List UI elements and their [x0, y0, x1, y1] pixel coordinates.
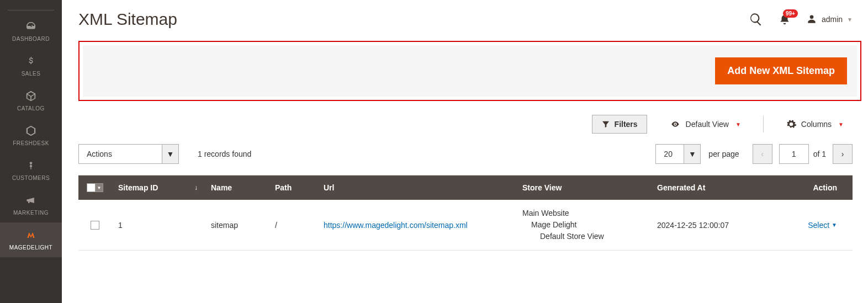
sidebar-label: SALES [22, 71, 41, 77]
eye-icon [669, 120, 681, 129]
chevron-left-icon: ‹ [761, 150, 764, 158]
store-view: Default Store View [522, 231, 604, 242]
account-name: admin [822, 15, 843, 24]
bookmarks-view-button[interactable]: Default View ▼ [660, 115, 750, 133]
sitemap-grid: ▼ Sitemap ID ↓ Name Path Url Store View … [78, 175, 853, 251]
mass-actions-dropdown[interactable]: Actions ▼ [78, 144, 179, 164]
notifications-button[interactable]: 99+ [779, 13, 791, 26]
global-search-button[interactable] [749, 12, 763, 26]
cell-url: https://www.magedelight.com/sitemap.xml [317, 200, 516, 250]
sidebar-label: CUSTOMERS [12, 175, 50, 181]
column-header-path[interactable]: Path [268, 176, 317, 200]
sidebar-label: FRESHDESK [13, 140, 49, 146]
chevron-down-icon: ▼ [832, 222, 837, 228]
column-header-store[interactable]: Store View [516, 176, 650, 200]
search-icon [749, 12, 763, 26]
sidebar-item-sales[interactable]: SALES [0, 49, 62, 83]
user-icon [806, 14, 817, 25]
grid-controls-row: Actions ▼ 1 records found 20 ▼ per page … [62, 134, 868, 172]
chevron-down-icon: ▼ [684, 145, 700, 163]
cell-id: 1 [112, 200, 204, 250]
cell-store: Main Website Mage Delight Default Store … [516, 200, 650, 250]
sidebar-label: DASHBOARD [12, 36, 50, 42]
cell-action: Select ▼ [776, 200, 853, 250]
column-header-generated[interactable]: Generated At [650, 176, 776, 200]
highlighted-action-region: Add New XML Sitemap [78, 41, 861, 101]
records-found-text: 1 records found [198, 150, 251, 158]
current-page-input[interactable]: 1 [779, 144, 809, 164]
row-action-label: Select [808, 221, 829, 230]
sidebar-item-freshdesk[interactable]: FRESHDESK [0, 118, 62, 153]
chevron-down-icon: ▼ [96, 183, 103, 192]
store-website: Main Website [522, 208, 604, 219]
current-page-value: 1 [792, 150, 796, 158]
row-checkbox[interactable] [91, 221, 99, 230]
col-gen-label: Generated At [657, 183, 705, 192]
select-all-checkbox[interactable] [87, 183, 96, 192]
chevron-right-icon: › [841, 150, 844, 158]
next-page-button[interactable]: › [833, 144, 853, 164]
chevron-down-icon: ▼ [735, 121, 741, 127]
columns-button[interactable]: Columns ▼ [777, 114, 853, 134]
column-header-url[interactable]: Url [317, 176, 516, 200]
left-controls: Actions ▼ 1 records found [78, 144, 251, 164]
page-total-text: of 1 [813, 150, 826, 158]
sidebar-item-catalog[interactable]: CATALOG [0, 83, 62, 118]
page-header: XML Sitemap 99+ admin ▼ [62, 0, 868, 29]
magedelight-icon [23, 228, 39, 242]
admin-sidebar: DASHBOARD SALES CATALOG FRESHDESK CUSTOM… [0, 0, 62, 303]
header-actions: 99+ admin ▼ [749, 12, 853, 26]
cell-name: sitemap [204, 200, 268, 250]
row-checkbox-cell[interactable] [78, 200, 112, 250]
column-header-id[interactable]: Sitemap ID ↓ [112, 176, 204, 200]
sidebar-item-marketing[interactable]: MARKETING [0, 188, 62, 222]
pagination-controls: 20 ▼ per page ‹ 1 of 1 › [655, 144, 853, 164]
sort-desc-icon: ↓ [194, 184, 198, 192]
account-menu[interactable]: admin ▼ [806, 14, 853, 25]
hexagon-icon [23, 124, 39, 138]
sidebar-item-dashboard[interactable]: DASHBOARD [0, 14, 62, 49]
sidebar-label: MARKETING [13, 210, 49, 216]
per-page-label: per page [708, 150, 739, 158]
dollar-icon [23, 54, 39, 68]
col-name-label: Name [211, 183, 232, 192]
cell-generated: 2024-12-25 12:00:07 [650, 200, 776, 250]
add-new-xml-sitemap-button[interactable]: Add New XML Sitemap [715, 57, 847, 84]
catalog-icon [23, 89, 39, 103]
person-icon [23, 158, 39, 173]
chevron-down-icon: ▼ [838, 121, 844, 127]
columns-label: Columns [801, 120, 832, 129]
sitemap-url-link[interactable]: https://www.magedelight.com/sitemap.xml [324, 221, 468, 230]
megaphone-icon [23, 193, 39, 208]
sidebar-label: CATALOG [17, 105, 45, 111]
toolbar-separator [763, 116, 764, 132]
dashboard-icon [23, 19, 39, 34]
select-all-cell[interactable]: ▼ [78, 176, 112, 200]
table-row: 1 sitemap / https://www.magedelight.com/… [78, 200, 853, 251]
col-path-label: Path [275, 183, 292, 192]
row-action-select[interactable]: Select ▼ [808, 221, 837, 230]
page-actions-bar: Add New XML Sitemap [83, 45, 857, 97]
view-label: Default View [686, 120, 729, 129]
main-content: XML Sitemap 99+ admin ▼ Add New XML Site… [62, 0, 868, 303]
filters-button[interactable]: Filters [592, 115, 647, 134]
cell-path: / [268, 200, 317, 250]
col-store-label: Store View [522, 183, 562, 192]
funnel-icon [601, 120, 610, 129]
store-group: Mage Delight [522, 219, 604, 231]
grid-toolbar: Filters Default View ▼ Columns ▼ [62, 101, 868, 134]
sidebar-label: MAGEDELIGHT [9, 244, 52, 251]
notification-badge: 99+ [783, 9, 798, 18]
column-header-action: Action [776, 176, 853, 200]
sidebar-item-magedelight[interactable]: MAGEDELIGHT [0, 222, 62, 257]
mass-actions-label: Actions [79, 145, 162, 163]
filters-label: Filters [615, 120, 638, 129]
sidebar-item-customers[interactable]: CUSTOMERS [0, 153, 62, 188]
page-title: XML Sitemap [78, 10, 177, 29]
per-page-select[interactable]: 20 ▼ [655, 144, 701, 164]
per-page-control: 20 ▼ per page [655, 144, 739, 164]
col-url-label: Url [324, 183, 334, 192]
prev-page-button[interactable]: ‹ [753, 144, 772, 164]
grid-header-row: ▼ Sitemap ID ↓ Name Path Url Store View … [78, 176, 853, 200]
column-header-name[interactable]: Name [204, 176, 268, 200]
